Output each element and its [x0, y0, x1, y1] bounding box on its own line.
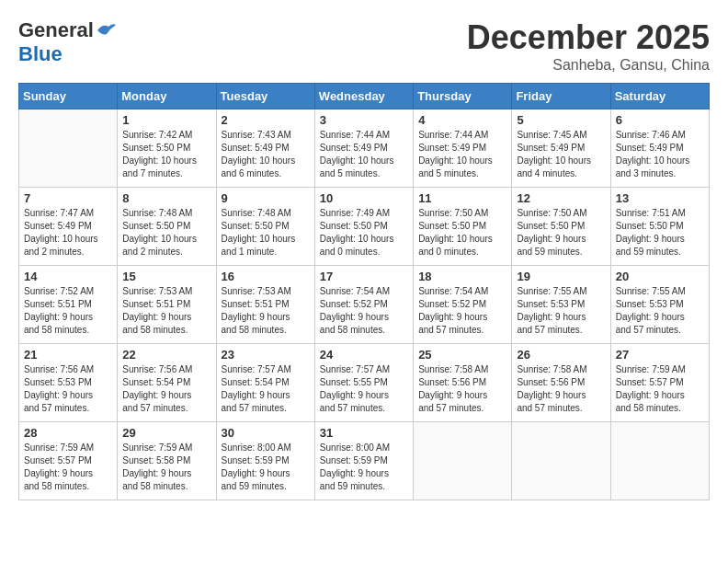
- day-info: Sunrise: 8:00 AMSunset: 5:59 PMDaylight:…: [222, 442, 310, 493]
- day-info: Sunrise: 7:50 AMSunset: 5:50 PMDaylight:…: [517, 207, 605, 259]
- day-number: 29: [122, 426, 210, 440]
- calendar-cell: 12Sunrise: 7:50 AMSunset: 5:50 PMDayligh…: [512, 188, 610, 266]
- day-info: Sunrise: 7:52 AMSunset: 5:51 PMDaylight:…: [24, 285, 112, 337]
- calendar-cell: 25Sunrise: 7:58 AMSunset: 5:56 PMDayligh…: [414, 344, 512, 422]
- day-number: 8: [122, 191, 210, 205]
- calendar-cell: 9Sunrise: 7:48 AMSunset: 5:50 PMDaylight…: [216, 188, 314, 266]
- calendar-cell: 2Sunrise: 7:43 AMSunset: 5:49 PMDaylight…: [216, 109, 314, 188]
- day-number: 16: [222, 270, 310, 283]
- day-number: 4: [418, 113, 506, 127]
- calendar-header-wednesday: Wednesday: [314, 84, 413, 109]
- day-info: Sunrise: 7:59 AMSunset: 5:57 PMDaylight:…: [24, 442, 112, 493]
- day-info: Sunrise: 7:55 AMSunset: 5:53 PMDaylight:…: [517, 285, 605, 337]
- calendar-cell: 30Sunrise: 8:00 AMSunset: 5:59 PMDayligh…: [216, 422, 314, 500]
- day-info: Sunrise: 7:47 AMSunset: 5:49 PMDaylight:…: [24, 207, 112, 259]
- day-number: 3: [320, 113, 408, 127]
- calendar-week-1: 1Sunrise: 7:42 AMSunset: 5:50 PMDaylight…: [19, 109, 710, 188]
- day-number: 5: [517, 113, 605, 127]
- calendar-cell: [19, 109, 118, 188]
- calendar-cell: 28Sunrise: 7:59 AMSunset: 5:57 PMDayligh…: [19, 422, 118, 500]
- day-number: 31: [320, 426, 408, 440]
- day-number: 25: [418, 348, 506, 362]
- day-number: 22: [122, 348, 210, 362]
- calendar-cell: 27Sunrise: 7:59 AMSunset: 5:57 PMDayligh…: [610, 344, 709, 422]
- calendar-cell: 23Sunrise: 7:57 AMSunset: 5:54 PMDayligh…: [216, 344, 314, 422]
- day-number: 6: [616, 113, 704, 127]
- calendar-cell: [610, 422, 709, 500]
- day-number: 7: [24, 191, 112, 205]
- logo-general-text: General: [18, 18, 94, 42]
- day-info: Sunrise: 7:51 AMSunset: 5:50 PMDaylight:…: [616, 207, 704, 259]
- day-number: 19: [517, 270, 605, 283]
- calendar-cell: 4Sunrise: 7:44 AMSunset: 5:49 PMDaylight…: [414, 109, 512, 188]
- title-block: December 2025 Sanheba, Gansu, China: [467, 18, 710, 74]
- day-number: 1: [122, 113, 210, 127]
- calendar-cell: 24Sunrise: 7:57 AMSunset: 5:55 PMDayligh…: [314, 344, 413, 422]
- day-info: Sunrise: 7:49 AMSunset: 5:50 PMDaylight:…: [320, 207, 408, 259]
- day-number: 21: [24, 348, 112, 362]
- calendar-header-row: SundayMondayTuesdayWednesdayThursdayFrid…: [19, 84, 710, 109]
- day-info: Sunrise: 7:59 AMSunset: 5:58 PMDaylight:…: [122, 442, 210, 493]
- calendar-cell: 31Sunrise: 8:00 AMSunset: 5:59 PMDayligh…: [314, 422, 413, 500]
- location-subtitle: Sanheba, Gansu, China: [467, 57, 710, 74]
- day-number: 24: [320, 348, 408, 362]
- logo-bird-icon: [96, 21, 118, 40]
- day-number: 15: [122, 270, 210, 283]
- calendar-week-2: 7Sunrise: 7:47 AMSunset: 5:49 PMDaylight…: [19, 188, 710, 266]
- day-number: 28: [24, 426, 112, 440]
- day-info: Sunrise: 7:45 AMSunset: 5:49 PMDaylight:…: [517, 129, 605, 180]
- logo: General Blue: [18, 18, 118, 66]
- calendar-header-friday: Friday: [512, 84, 610, 109]
- day-info: Sunrise: 7:56 AMSunset: 5:53 PMDaylight:…: [24, 363, 112, 415]
- day-info: Sunrise: 7:44 AMSunset: 5:49 PMDaylight:…: [320, 129, 408, 180]
- day-number: 9: [222, 191, 310, 205]
- calendar-cell: [512, 422, 610, 500]
- day-info: Sunrise: 7:55 AMSunset: 5:53 PMDaylight:…: [616, 285, 704, 337]
- calendar-cell: 8Sunrise: 7:48 AMSunset: 5:50 PMDaylight…: [118, 188, 216, 266]
- logo-blue-text: Blue: [18, 42, 63, 66]
- calendar-header-monday: Monday: [118, 84, 216, 109]
- day-number: 11: [418, 191, 506, 205]
- day-number: 23: [222, 348, 310, 362]
- day-info: Sunrise: 7:56 AMSunset: 5:54 PMDaylight:…: [122, 363, 210, 415]
- day-info: Sunrise: 7:54 AMSunset: 5:52 PMDaylight:…: [320, 285, 408, 337]
- day-info: Sunrise: 7:59 AMSunset: 5:57 PMDaylight:…: [616, 363, 704, 415]
- day-info: Sunrise: 7:53 AMSunset: 5:51 PMDaylight:…: [122, 285, 210, 337]
- calendar-cell: 22Sunrise: 7:56 AMSunset: 5:54 PMDayligh…: [118, 344, 216, 422]
- calendar-cell: 15Sunrise: 7:53 AMSunset: 5:51 PMDayligh…: [118, 266, 216, 344]
- day-number: 18: [418, 270, 506, 283]
- day-number: 2: [222, 113, 310, 127]
- calendar-week-4: 21Sunrise: 7:56 AMSunset: 5:53 PMDayligh…: [19, 344, 710, 422]
- calendar-cell: 14Sunrise: 7:52 AMSunset: 5:51 PMDayligh…: [19, 266, 118, 344]
- calendar-cell: 17Sunrise: 7:54 AMSunset: 5:52 PMDayligh…: [314, 266, 413, 344]
- calendar-cell: 18Sunrise: 7:54 AMSunset: 5:52 PMDayligh…: [414, 266, 512, 344]
- calendar-cell: 3Sunrise: 7:44 AMSunset: 5:49 PMDaylight…: [314, 109, 413, 188]
- calendar-table: SundayMondayTuesdayWednesdayThursdayFrid…: [18, 83, 710, 500]
- day-number: 12: [517, 191, 605, 205]
- day-number: 20: [616, 270, 704, 283]
- day-info: Sunrise: 7:46 AMSunset: 5:49 PMDaylight:…: [616, 129, 704, 180]
- calendar-cell: 19Sunrise: 7:55 AMSunset: 5:53 PMDayligh…: [512, 266, 610, 344]
- day-info: Sunrise: 7:58 AMSunset: 5:56 PMDaylight:…: [517, 363, 605, 415]
- calendar-cell: 7Sunrise: 7:47 AMSunset: 5:49 PMDaylight…: [19, 188, 118, 266]
- calendar-cell: 11Sunrise: 7:50 AMSunset: 5:50 PMDayligh…: [414, 188, 512, 266]
- calendar-header-thursday: Thursday: [414, 84, 512, 109]
- day-info: Sunrise: 7:50 AMSunset: 5:50 PMDaylight:…: [418, 207, 506, 259]
- calendar-cell: 1Sunrise: 7:42 AMSunset: 5:50 PMDaylight…: [118, 109, 216, 188]
- calendar-header-saturday: Saturday: [610, 84, 709, 109]
- day-number: 27: [616, 348, 704, 362]
- calendar-cell: 16Sunrise: 7:53 AMSunset: 5:51 PMDayligh…: [216, 266, 314, 344]
- day-info: Sunrise: 7:53 AMSunset: 5:51 PMDaylight:…: [222, 285, 310, 337]
- calendar-cell: 21Sunrise: 7:56 AMSunset: 5:53 PMDayligh…: [19, 344, 118, 422]
- calendar-cell: 13Sunrise: 7:51 AMSunset: 5:50 PMDayligh…: [610, 188, 709, 266]
- day-info: Sunrise: 7:57 AMSunset: 5:55 PMDaylight:…: [320, 363, 408, 415]
- day-info: Sunrise: 7:44 AMSunset: 5:49 PMDaylight:…: [418, 129, 506, 180]
- day-number: 10: [320, 191, 408, 205]
- day-info: Sunrise: 7:48 AMSunset: 5:50 PMDaylight:…: [122, 207, 210, 259]
- calendar-cell: 5Sunrise: 7:45 AMSunset: 5:49 PMDaylight…: [512, 109, 610, 188]
- day-info: Sunrise: 7:43 AMSunset: 5:49 PMDaylight:…: [222, 129, 310, 180]
- month-title: December 2025: [467, 18, 710, 57]
- calendar-cell: 20Sunrise: 7:55 AMSunset: 5:53 PMDayligh…: [610, 266, 709, 344]
- calendar-week-3: 14Sunrise: 7:52 AMSunset: 5:51 PMDayligh…: [19, 266, 710, 344]
- day-number: 17: [320, 270, 408, 283]
